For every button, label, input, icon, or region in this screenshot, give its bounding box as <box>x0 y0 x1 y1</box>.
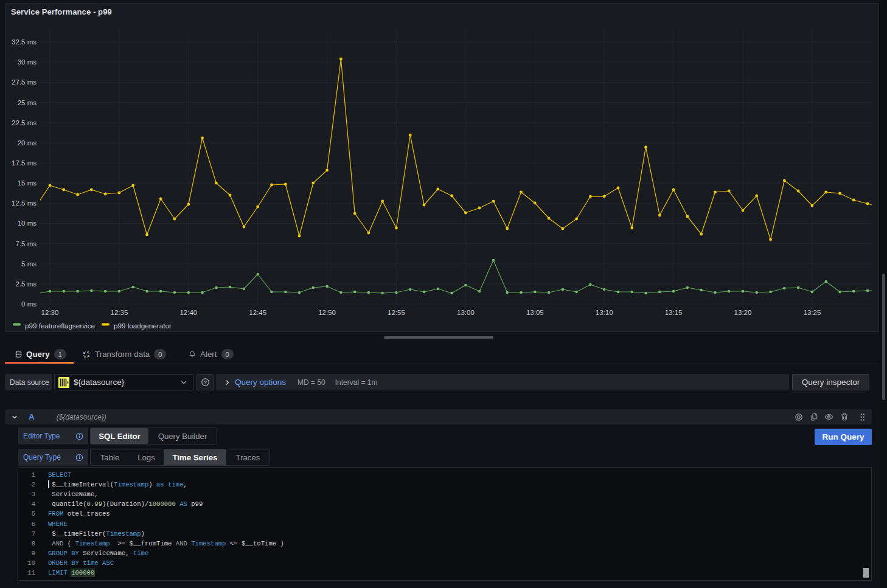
svg-text:13:15: 13:15 <box>665 309 683 316</box>
svg-text:13:20: 13:20 <box>734 309 752 316</box>
svg-text:?: ? <box>203 379 206 386</box>
svg-text:12:30: 12:30 <box>41 309 59 316</box>
svg-text:13:10: 13:10 <box>596 309 613 316</box>
svg-text:2.5 ms: 2.5 ms <box>15 280 37 288</box>
svg-text:12:50: 12:50 <box>318 309 336 316</box>
svg-text:13:00: 13:00 <box>457 309 475 316</box>
svg-text:22.5 ms: 22.5 ms <box>12 119 37 126</box>
svg-text:p99 loadgenerator: p99 loadgenerator <box>114 322 172 330</box>
svg-text:17.5 ms: 17.5 ms <box>12 159 37 167</box>
svg-text:13:25: 13:25 <box>804 309 821 316</box>
svg-text:30 ms: 30 ms <box>18 58 37 66</box>
svg-text:20 ms: 20 ms <box>18 139 37 147</box>
svg-text:13:05: 13:05 <box>526 309 544 316</box>
svg-text:7.5 ms: 7.5 ms <box>15 240 37 247</box>
svg-text:5 ms: 5 ms <box>21 260 37 268</box>
svg-text:27.5 ms: 27.5 ms <box>12 78 37 86</box>
svg-text:15 ms: 15 ms <box>18 179 37 187</box>
svg-text:12:40: 12:40 <box>179 309 197 316</box>
svg-text:10 ms: 10 ms <box>18 220 37 227</box>
svg-text:32.5 ms: 32.5 ms <box>12 38 37 46</box>
svg-text:0 ms: 0 ms <box>21 300 37 308</box>
svg-text:12:35: 12:35 <box>111 309 128 316</box>
svg-text:p99 featureflagservice: p99 featureflagservice <box>25 322 95 330</box>
svg-text:12:45: 12:45 <box>249 309 266 316</box>
svg-text:12.5 ms: 12.5 ms <box>12 199 37 207</box>
svg-text:12:55: 12:55 <box>388 309 405 316</box>
svg-text:25 ms: 25 ms <box>18 99 37 106</box>
